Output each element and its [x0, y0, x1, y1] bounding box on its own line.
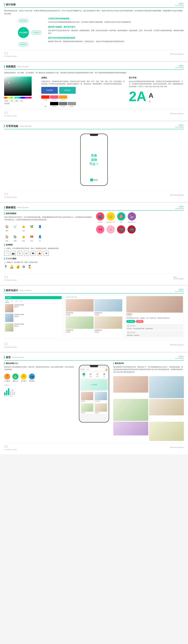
- footer-bar-4: 01 UI Interface design APPWork collectio…: [4, 274, 184, 282]
- personal-icon-badge: 🏅: [28, 265, 32, 269]
- personal-icon-badge-icon: 🏅: [28, 265, 32, 269]
- product-info-2: 某某商品名称描述 ¥46.00: [14, 314, 62, 317]
- g-label: 182: [15, 100, 19, 102]
- add-cart-btn[interactable]: 加入购物车: [126, 320, 135, 323]
- section-header-2: 色彩规范 Product Overview C端设计 C and design: [4, 65, 184, 70]
- grid-title-1: 某某服装名称: [66, 312, 93, 314]
- personal-icon-medal-icon: 🎖: [4, 265, 8, 269]
- line-icon-doc: 📄: [4, 251, 9, 256]
- phone-nav-like[interactable]: 👍 发现: [96, 373, 99, 377]
- phone-mockup: 生命运动不止！ ▲ Every: [80, 134, 108, 186]
- section-title-text-1: 设计目标: [6, 3, 16, 6]
- line-icon-phone: ☎: [31, 251, 36, 256]
- colorful-icons-row2: 🎀 🌸 📹 📹: [96, 225, 184, 234]
- palette-gray1: [59, 102, 67, 105]
- phone-notch: [90, 134, 98, 136]
- color-hex-row: HEX 50 182 91: [4, 100, 37, 102]
- footer-left-1: 01 UI Interface design: [4, 51, 17, 57]
- phone-nav-shop[interactable]: 🏪 商城: [89, 373, 92, 377]
- username-2: 用户名称: [130, 332, 135, 334]
- palette-orange: [59, 95, 67, 99]
- tab-new[interactable]: 最新: [10, 300, 14, 302]
- home-phone-notch: [90, 365, 98, 367]
- hex-label: HEX: [4, 100, 9, 102]
- color-slider[interactable]: [4, 97, 32, 98]
- font-2a: 2A: [129, 90, 146, 103]
- diagram-center: Every设计: [18, 27, 29, 38]
- section-title-text-3: 引导页动效: [6, 124, 18, 128]
- nav-icon-leaf-box: 🌿: [29, 224, 34, 229]
- bar-5: [12, 389, 13, 395]
- footer-right-5: APP Work collection: [170, 344, 184, 346]
- product-img-2: [5, 314, 13, 322]
- cat-hot-label: 热门课子: [21, 380, 26, 382]
- color-picker-box[interactable]: [4, 76, 32, 96]
- add-zone-subsection: 增加金淘区入口 通过用用户分析运费成提升合理性，有效导览，根据浏览浏览分析结，减…: [4, 362, 75, 371]
- section-title-1: 设计目标: [4, 3, 16, 6]
- personal-icon-money: 💰: [16, 265, 20, 269]
- icon-target-green: 🎯: [117, 212, 125, 220]
- nav-icon-me-label: 我: [39, 240, 41, 242]
- footer-bar-2: 01 UI Interface design APP Work collecti…: [4, 109, 184, 118]
- username-1: 用户名称: [130, 325, 135, 327]
- buy-now-btn[interactable]: 立即购买: [136, 320, 144, 323]
- guide-content: 生命运动不止！ ▲ Every: [4, 131, 184, 188]
- line-icon-heart: ❤: [44, 251, 49, 256]
- nav-icon-bag-box: 🛒: [12, 224, 18, 229]
- nav-icon-user: 👤: [37, 224, 43, 232]
- icon-label-4: 黄金比例 0.618: [128, 221, 136, 223]
- bar-1: [4, 392, 6, 395]
- nav-icon-ribbon-box: 🎀: [29, 234, 34, 240]
- footer-num-6: 01: [4, 444, 17, 449]
- footer-right-4: APPWork collection: [174, 276, 184, 280]
- tab-sale[interactable]: 销量: [15, 300, 19, 302]
- section-tag-4: C端设计: [179, 206, 184, 208]
- section-header-1: 设计目标 C端设计 C and design: [4, 3, 184, 8]
- component-card-1-header: 全部商品: [5, 296, 62, 299]
- phone-nav-me[interactable]: 👤 我: [103, 373, 106, 377]
- grid-img-1: [66, 299, 93, 312]
- phone-logo-icon: ▲: [90, 178, 93, 181]
- footer-label-4: UI Interface design: [4, 279, 17, 281]
- phone-nav-me-label: 我: [104, 376, 105, 377]
- palette-label-white: ffffff: [41, 106, 50, 107]
- goal-item-title-1: 打造有沉浸式的购物体验: [48, 18, 184, 20]
- personal-icons-title: 个人中心图标: [4, 258, 92, 260]
- color-slider-thumb: [12, 96, 15, 99]
- phone-grid-img-1: [81, 392, 93, 400]
- section-tag-2: C端设计: [179, 65, 184, 67]
- goal-item-desc-3: 根据用户需求分析，视觉要有更高性的视觉布局，应用信息设计、提加文字排列提效更多更…: [48, 40, 184, 43]
- nav-icons-row-1: 🏠 首页 🛒 👍 支持 🌿: [4, 224, 92, 232]
- section-sub-5: Product Overview: [19, 290, 31, 291]
- footer-right-2: APP Work collection: [170, 113, 184, 114]
- icon-video-darkred2: 📹: [127, 225, 136, 234]
- nav-icon-home-label-2: 首页: [6, 240, 8, 242]
- nav-icon-bag: 🛒: [12, 224, 18, 232]
- title-bar-3: [4, 125, 5, 128]
- goal-item-2: 激活用户成就感，提升用户参与 定定准用户已设定的具体目标，例如买到一定数量的物品…: [48, 26, 184, 35]
- section-meta-2: C端设计 C and design: [175, 65, 184, 68]
- brand-color-desc: 主题绿自定义，具有鲜好的有活力的跳绿，而绿绿代代表义为清新、希望、安全、平稳、平…: [41, 80, 125, 85]
- section-title-3: 引导页动效 Product Overview: [4, 124, 31, 128]
- gold-rule-desc: 1、有家空、经空变覆有特型提升形感，调起 2. 固固透选点再变，微描图标的质感: [4, 247, 92, 250]
- nav-icon-home: 🏠 首页: [4, 224, 10, 232]
- home-phone-search[interactable]: 搜索...: [85, 368, 105, 371]
- icon-crown-yellow: 👑: [107, 212, 115, 220]
- phone-grid-item-2: ¥ 150.00: [94, 391, 108, 402]
- component-grid: 全部商品 推荐 最新 销量 价格 某某商品名称描述 ¥99.00: [4, 295, 184, 338]
- colorful-icons-grid: 📹 元素点缀 👑 黄金比例 0.618 🎯 图标 📚 黄金比例 0.618: [96, 212, 184, 223]
- tab-price[interactable]: 价格: [19, 300, 23, 302]
- card-3-left: ¥1200.00 ¥2000.00 商品详情描述文字内容，包括颜色、尺码、材质等…: [126, 296, 183, 323]
- palette-gray2: [68, 102, 76, 105]
- phone-nav-home[interactable]: 🏠 首页: [82, 373, 85, 377]
- phone-grid-price-4: ¥ 88.00: [95, 412, 107, 413]
- color-swatches-row: #3265B8 #20B8AA: [41, 87, 125, 94]
- section-meta-4: C端设计 C and design: [175, 206, 184, 209]
- color-picker-dot: [8, 82, 10, 84]
- component-card-1-tabs: 推荐 最新 销量 价格: [5, 300, 62, 303]
- color-picker-area: HEX 50 182 91 #3265B8: [4, 76, 37, 107]
- tab-recommend[interactable]: 推荐: [5, 300, 9, 302]
- personal-icon-bell: 🔔: [10, 265, 14, 269]
- comment-text-2: 很好的商品，推荐购买。: [127, 334, 182, 336]
- chart-block: 流量大小 登录前 登录后: [4, 384, 15, 397]
